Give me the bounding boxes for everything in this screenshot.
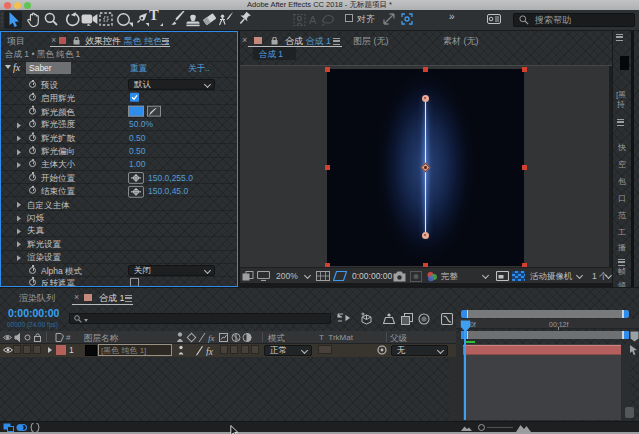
svg-text:fx: fx xyxy=(208,333,215,343)
svg-text:A: A xyxy=(309,14,317,26)
svg-text:fx: fx xyxy=(206,347,214,357)
